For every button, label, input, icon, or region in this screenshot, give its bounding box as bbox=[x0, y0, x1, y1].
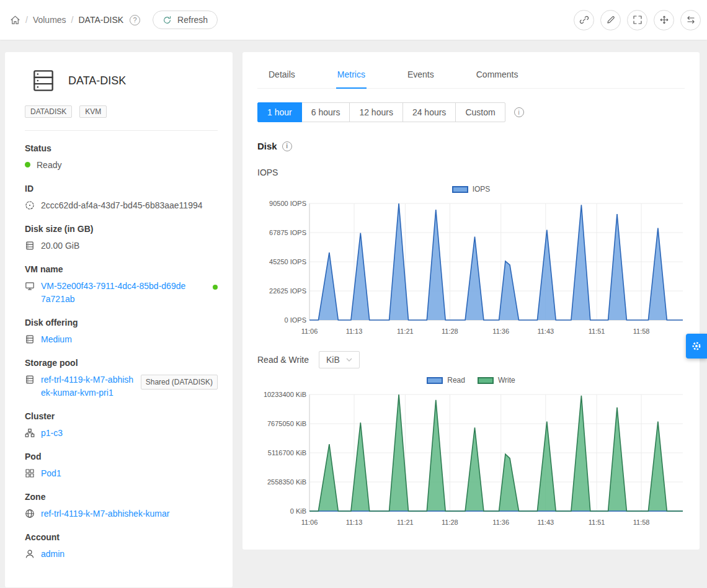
field-vm-name: VM name VM-52e00f43-7911-4dc4-85bd-d69de… bbox=[25, 264, 218, 306]
time-range-6hours[interactable]: 6 hours bbox=[301, 102, 350, 122]
readwrite-chart: 10233400 KiB7675050 KiB5116700 KiB255835… bbox=[257, 387, 685, 532]
resource-tags: DATADISK KVM bbox=[25, 105, 218, 118]
time-range-12hours[interactable]: 12 hours bbox=[349, 102, 402, 122]
status-dot bbox=[25, 162, 30, 167]
time-range-custom[interactable]: Custom bbox=[455, 102, 505, 122]
tab-comments[interactable]: Comments bbox=[475, 62, 520, 88]
time-range-24hours[interactable]: 24 hours bbox=[402, 102, 456, 122]
disk-info-icon[interactable]: i bbox=[282, 141, 292, 151]
resource-detail-card: DATA-DISK DATADISK KVM Status Ready ID 2… bbox=[5, 52, 233, 587]
desktop-icon bbox=[25, 281, 35, 291]
user-icon bbox=[25, 549, 35, 559]
readwrite-title: Read & Write bbox=[257, 355, 309, 365]
home-icon bbox=[10, 15, 20, 25]
divider bbox=[25, 130, 218, 131]
svg-text:11:28: 11:28 bbox=[442, 327, 458, 335]
tab-events[interactable]: Events bbox=[406, 62, 435, 88]
settings-button[interactable] bbox=[686, 334, 707, 359]
field-id: ID 2ccc62dd-af4a-43d7-bd45-6b83aae11994 bbox=[25, 184, 218, 212]
unit-select[interactable]: KiB bbox=[319, 351, 360, 368]
svg-text:11:28: 11:28 bbox=[442, 519, 458, 526]
database-icon bbox=[25, 375, 35, 385]
reload-icon bbox=[162, 16, 172, 25]
resize-button[interactable] bbox=[627, 10, 647, 30]
header-actions bbox=[574, 10, 701, 30]
field-pod: Pod Pod1 bbox=[25, 452, 218, 480]
id-value: 2ccc62dd-af4a-43d7-bd45-6b83aae11994 bbox=[41, 199, 203, 212]
svg-text:11:51: 11:51 bbox=[589, 519, 605, 526]
svg-text:11:21: 11:21 bbox=[397, 519, 414, 526]
field-status: Status Ready bbox=[25, 143, 218, 172]
help-icon[interactable]: ? bbox=[130, 15, 140, 25]
copy-link-button[interactable] bbox=[574, 10, 594, 30]
refresh-button[interactable]: Refresh bbox=[153, 11, 218, 29]
vm-status-dot bbox=[213, 285, 218, 290]
svg-text:11:06: 11:06 bbox=[301, 327, 318, 335]
move-icon bbox=[659, 15, 669, 25]
database-icon bbox=[25, 241, 35, 251]
vm-link[interactable]: VM-52e00f43-7911-4dc4-85bd-d69de7a721ab bbox=[41, 280, 189, 306]
field-account: Account admin bbox=[25, 532, 218, 561]
readwrite-header: Read & Write KiB bbox=[257, 351, 685, 368]
pod-link[interactable]: Pod1 bbox=[41, 467, 61, 480]
time-range-1hour[interactable]: 1 hour bbox=[257, 102, 302, 122]
iops-chart: 90500 IOPS67875 IOPS45250 IOPS22625 IOPS… bbox=[257, 196, 685, 341]
svg-text:11:36: 11:36 bbox=[492, 327, 509, 335]
tab-metrics[interactable]: Metrics bbox=[336, 62, 367, 89]
status-value: Ready bbox=[37, 159, 61, 172]
volume-icon bbox=[30, 67, 57, 94]
svg-text:90500 IOPS: 90500 IOPS bbox=[269, 200, 306, 207]
time-range-info-icon[interactable]: i bbox=[514, 107, 524, 117]
time-range-group: 1 hour 6 hours 12 hours 24 hours Custom … bbox=[257, 102, 685, 122]
iops-legend: IOPS bbox=[257, 184, 685, 195]
svg-text:11:36: 11:36 bbox=[492, 519, 509, 526]
top-bar: / Volumes / DATA-DISK ? Refresh bbox=[0, 0, 707, 40]
svg-text:11:13: 11:13 bbox=[346, 327, 363, 335]
legend-item: IOPS bbox=[452, 185, 491, 194]
database-icon bbox=[25, 334, 35, 344]
storage-pool-link[interactable]: ref-trl-4119-k-M7-abhishek-kumar-kvm-pri… bbox=[41, 373, 135, 399]
svg-text:11:43: 11:43 bbox=[537, 519, 554, 526]
edit-button[interactable] bbox=[600, 10, 621, 30]
svg-text:11:06: 11:06 bbox=[301, 519, 318, 526]
svg-text:0 KiB: 0 KiB bbox=[290, 507, 306, 515]
breadcrumb-separator: / bbox=[25, 15, 28, 25]
field-storage-pool: Storage pool ref-trl-4119-k-M7-abhishek-… bbox=[25, 358, 218, 399]
link-icon bbox=[579, 15, 589, 25]
legend-item: Write bbox=[478, 376, 515, 385]
disk-size-value: 20.00 GiB bbox=[41, 239, 79, 252]
svg-text:11:13: 11:13 bbox=[346, 519, 363, 526]
tag-kvm: KVM bbox=[79, 105, 107, 118]
disk-offering-link[interactable]: Medium bbox=[41, 333, 72, 346]
edit-icon bbox=[606, 15, 616, 25]
cluster-icon bbox=[25, 428, 35, 438]
migrate-button[interactable] bbox=[654, 10, 674, 30]
readwrite-legend: ReadWrite bbox=[257, 375, 685, 386]
svg-text:11:58: 11:58 bbox=[633, 519, 650, 526]
resource-header: DATA-DISK bbox=[30, 67, 218, 94]
svg-text:10233400 KiB: 10233400 KiB bbox=[264, 391, 306, 398]
globe-icon bbox=[25, 509, 35, 519]
cluster-link[interactable]: p1-c3 bbox=[41, 427, 63, 440]
breadcrumb-current: DATA-DISK bbox=[78, 15, 123, 25]
pod-icon bbox=[25, 468, 35, 478]
svg-text:11:58: 11:58 bbox=[633, 327, 650, 335]
account-link[interactable]: admin bbox=[41, 548, 64, 561]
field-disk-offering: Disk offering Medium bbox=[25, 318, 218, 346]
zone-link[interactable]: ref-trl-4119-k-M7-abhishek-kumar bbox=[41, 507, 169, 520]
main-content: DATA-DISK DATADISK KVM Status Ready ID 2… bbox=[0, 40, 707, 587]
svg-text:22625 IOPS: 22625 IOPS bbox=[269, 287, 306, 295]
tag-datadisk: DATADISK bbox=[25, 105, 72, 118]
field-zone: Zone ref-trl-4119-k-M7-abhishek-kumar bbox=[25, 492, 218, 520]
gear-icon bbox=[691, 341, 702, 352]
attach-detach-button[interactable] bbox=[680, 10, 701, 30]
breadcrumb-volumes-link[interactable]: Volumes bbox=[33, 15, 66, 25]
svg-text:7675050 KiB: 7675050 KiB bbox=[267, 420, 306, 427]
breadcrumb: / Volumes / DATA-DISK ? Refresh bbox=[10, 11, 218, 29]
home-link[interactable] bbox=[10, 15, 20, 25]
tab-details[interactable]: Details bbox=[267, 62, 296, 88]
svg-text:5116700 KiB: 5116700 KiB bbox=[268, 449, 306, 457]
svg-text:2558350 KiB: 2558350 KiB bbox=[267, 478, 306, 486]
id-icon bbox=[25, 200, 35, 210]
svg-text:0 IOPS: 0 IOPS bbox=[285, 316, 306, 324]
